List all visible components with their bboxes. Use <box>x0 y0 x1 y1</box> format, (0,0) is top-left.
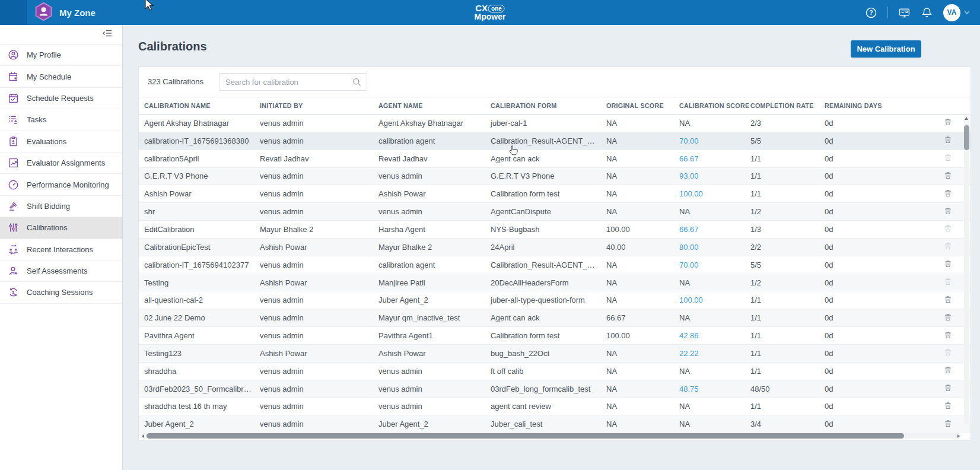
column-header-calibration-form[interactable]: CALIBRATION FORM <box>491 102 606 109</box>
column-header-completion-rate[interactable]: COMPLETION RATE <box>750 102 825 109</box>
cell-calibration-score[interactable]: 70.00 <box>679 261 750 269</box>
cell-calibration-score[interactable]: 22.22 <box>679 349 750 358</box>
column-header-remaining-days[interactable]: REMAINING DAYS <box>825 102 935 109</box>
cell-calibration-score: NA <box>679 367 750 376</box>
search-box[interactable] <box>219 73 367 91</box>
cell-calibration-score[interactable]: 70.00 <box>679 136 750 145</box>
delete-row-button[interactable] <box>935 418 961 430</box>
cell-original-score: NA <box>606 261 679 269</box>
scroll-right-arrow[interactable] <box>957 434 960 438</box>
cell-calibration-score[interactable]: 42.86 <box>679 331 750 340</box>
sidebar-item-performance-monitoring[interactable]: Performance Monitoring <box>0 174 122 195</box>
table-row[interactable]: Testing123Ashish PowarAshish Powarbug_ba… <box>139 345 971 363</box>
delete-row-button[interactable] <box>935 330 961 342</box>
cell-calibration-name: 02 June 22 Demo <box>144 313 260 322</box>
cell-remaining-days: 0d <box>825 296 935 304</box>
sidebar-item-evaluations[interactable]: Evaluations <box>0 131 122 153</box>
table-row[interactable]: Ashish Powarvenus adminAshish PowarCalib… <box>139 185 971 203</box>
cell-remaining-days: 0d <box>825 243 935 252</box>
scroll-up-arrow[interactable] <box>965 117 968 120</box>
table-row[interactable]: EditCalibrationMayur Bhalke 2Harsha Agen… <box>139 221 971 239</box>
vertical-scrollbar[interactable] <box>964 116 969 425</box>
cell-calibration-score[interactable]: 100.00 <box>679 189 750 198</box>
column-header-original-score[interactable]: ORIGINAL SCORE <box>606 102 679 109</box>
notifications-bell-icon[interactable] <box>921 7 933 19</box>
trash-icon <box>943 330 953 342</box>
sidebar-item-coaching-sessions[interactable]: Coaching Sessions <box>0 282 122 303</box>
delete-row-button[interactable] <box>935 294 961 306</box>
cell-initiated-by: Ashish Powar <box>260 278 378 287</box>
sidebar-item-evaluator-assignments[interactable]: Evaluator Assignments <box>0 153 122 174</box>
table-row[interactable]: Pavithra Agentvenus adminPavithra Agent1… <box>139 327 971 345</box>
cell-calibration-score[interactable]: 66.67 <box>679 225 750 234</box>
help-icon[interactable]: ? <box>865 7 877 19</box>
delete-row-button[interactable] <box>935 206 961 218</box>
table-row[interactable]: 03rdFeb2023_50_Formcalibratio...venus ad… <box>139 380 971 398</box>
delete-row-button[interactable] <box>935 383 961 395</box>
sidebar-item-calibrations[interactable]: Calibrations <box>0 217 122 239</box>
table-row[interactable]: G.E.R.T V3 Phonevenus adminvenus adminG.… <box>139 168 971 186</box>
column-header-calibration-name[interactable]: CALIBRATION NAME <box>144 102 260 109</box>
table-row[interactable]: calibration5AprilRevati JadhavRevati Jad… <box>139 150 971 168</box>
sidebar-item-shift-bidding[interactable]: Shift Bidding <box>0 196 122 217</box>
trash-icon <box>943 241 953 253</box>
search-input[interactable] <box>219 78 352 87</box>
cell-calibration-score[interactable]: 66.67 <box>679 154 750 163</box>
sidebar-item-tasks[interactable]: Tasks <box>0 109 122 131</box>
cell-calibration-form: 20DecAllHeadersForm <box>491 278 606 287</box>
cell-calibration-form: Juber_cali_test <box>491 420 606 428</box>
cell-calibration-score[interactable]: 93.00 <box>679 172 750 180</box>
table-row[interactable]: calibration-IT_1675694102377venus adminc… <box>139 256 971 274</box>
cell-calibration-score: NA <box>679 207 750 216</box>
screen-share-icon[interactable] <box>898 7 911 19</box>
sidebar-item-recent-interactions[interactable]: Recent Interactions <box>0 239 122 261</box>
cell-calibration-score[interactable]: 100.00 <box>679 296 750 304</box>
delete-row-button[interactable] <box>935 188 961 200</box>
cell-remaining-days: 0d <box>825 136 935 145</box>
table-row[interactable]: shrvenus adminvenus adminAgentCanDispute… <box>139 203 971 221</box>
sidebar-item-label: Performance Monitoring <box>27 180 109 189</box>
delete-row-button[interactable] <box>935 170 961 182</box>
horizontal-scrollbar-thumb[interactable] <box>147 433 904 439</box>
delete-row-button[interactable] <box>935 259 961 271</box>
sidebar-item-label: My Profile <box>27 50 61 59</box>
cell-calibration-name: G.E.R.T V3 Phone <box>144 172 260 180</box>
cell-calibration-score[interactable]: 80.00 <box>679 243 750 252</box>
table-row[interactable]: TestingAshish PowarManjiree Patil20DecAl… <box>139 274 971 292</box>
column-header-initiated-by[interactable]: INITIATED BY <box>260 102 378 109</box>
delete-row-button[interactable] <box>935 365 961 377</box>
table-row[interactable]: 02 June 22 Demovenus adminMayur qm_inact… <box>139 309 971 327</box>
collapse-menu-icon[interactable] <box>101 27 113 42</box>
scroll-left-arrow[interactable] <box>142 434 144 438</box>
sidebar-item-label: Evaluator Assignments <box>27 158 105 167</box>
cell-original-score: 100.00 <box>606 225 679 234</box>
new-calibration-button[interactable]: New Calibration <box>851 40 921 58</box>
sidebar-item-my-profile[interactable]: My Profile <box>0 45 122 66</box>
sidebar-item-my-schedule[interactable]: My Schedule <box>0 66 122 87</box>
cell-remaining-days: 0d <box>825 331 935 340</box>
table-row[interactable]: shraddhavenus adminvenus adminft off cal… <box>139 363 971 380</box>
column-header-agent-name[interactable]: AGENT NAME <box>378 102 491 109</box>
delete-row-button[interactable] <box>935 312 961 324</box>
table-row[interactable]: calibration-IT_1675691368380venus adminc… <box>139 132 971 150</box>
cell-calibration-score[interactable]: 48.75 <box>679 385 750 393</box>
delete-row-button[interactable] <box>935 135 961 147</box>
table-row[interactable]: CalibrationEpicTestAshish PowarMayur Bha… <box>139 239 971 256</box>
vertical-scrollbar-thumb[interactable] <box>964 125 969 150</box>
avatar[interactable]: VA <box>943 4 960 21</box>
app-launcher-button[interactable] <box>0 0 27 25</box>
column-header-calibration-score[interactable]: CALIBRATION SCORE <box>679 102 750 109</box>
user-menu[interactable]: VA <box>943 4 971 21</box>
cxone-mpower-logo: CX one Mpower <box>475 4 506 21</box>
delete-row-button[interactable] <box>935 401 961 412</box>
logo-cx-text: CX <box>475 4 488 12</box>
horizontal-scrollbar[interactable] <box>141 433 961 439</box>
table-row[interactable]: shraddha test 16 th mayvenus adminvenus … <box>139 398 971 416</box>
table-row[interactable]: Agent Akshay Bhatnagarvenus adminAgent A… <box>139 115 971 132</box>
table-row[interactable]: all-question-cal-2venus adminJuber Agent… <box>139 291 971 309</box>
delete-row-button[interactable] <box>935 117 961 129</box>
table-row[interactable]: Juber Agent_2venus adminJuber Agent_2Jub… <box>139 415 971 433</box>
sidebar-item-schedule-requests[interactable]: Schedule Requests <box>0 88 122 109</box>
sidebar-item-self-assessments[interactable]: Self Assessments <box>0 261 122 282</box>
table-toolbar: 323 Calibrations <box>139 67 971 97</box>
